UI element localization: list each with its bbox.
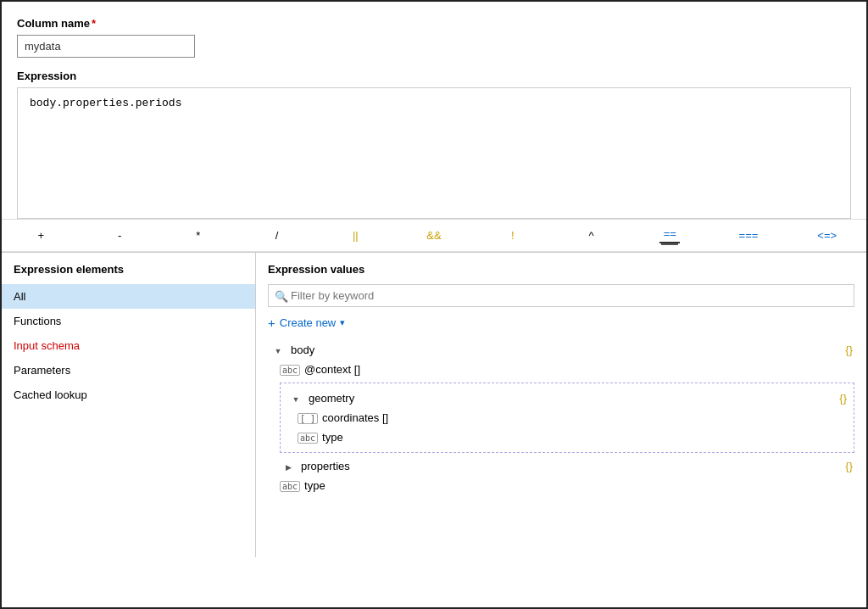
filter-input-wrap: 🔍 [268,284,854,307]
tree-item-coordinates[interactable]: [ ] coordinates [] [286,408,849,427]
properties-label: properties [301,460,350,472]
sidebar-item-functions[interactable]: Functions [2,309,255,333]
left-panel: Expression elements All Functions Input … [2,253,256,557]
expression-label: Expression [17,70,851,82]
body-label: body [291,344,314,356]
create-new-label: Create new [280,316,336,329]
left-panel-title: Expression elements [2,263,255,284]
column-name-section: Column name* [17,17,851,70]
chevron-down-icon: ▾ [340,317,345,328]
column-name-label: Column name* [17,17,851,30]
search-icon: 🔍 [275,289,288,302]
tree-item-context[interactable]: abc @context [] [268,360,854,379]
operator-divide[interactable]: / [237,227,316,243]
type-body-label: type [304,479,326,492]
tree-item-properties[interactable]: properties {} [268,456,854,476]
column-name-input[interactable] [17,35,195,58]
sidebar-item-input-schema[interactable]: Input schema [2,333,255,358]
expression-editor[interactable]: body.properties.periods [17,87,851,219]
geometry-brace: {} [839,392,847,405]
operator-seq[interactable]: === [709,227,788,243]
geometry-group-box: geometry {} [ ] coordinates [] abc type [280,383,854,453]
operator-not[interactable]: ! [473,227,552,243]
context-type-icon: abc [280,365,300,375]
body-brace: {} [845,344,853,356]
operator-multiply[interactable]: * [159,227,237,243]
tree-item-type-body[interactable]: abc type [268,476,854,495]
type-geo-label: type [322,431,343,444]
create-new-button[interactable]: + Create new ▾ [268,316,854,330]
bottom-panel: Expression elements All Functions Input … [2,252,866,557]
sidebar-item-cached-lookup[interactable]: Cached lookup [2,383,255,407]
operator-bar: + - * / || && ! ^ == === <=> [2,219,866,252]
geometry-label: geometry [309,392,354,405]
plus-icon: + [268,316,275,330]
required-star: * [92,17,96,30]
operator-neq[interactable]: <=> [787,227,866,243]
right-panel-title: Expression values [268,263,854,276]
operator-minus[interactable]: - [81,227,159,243]
right-panel: Expression values 🔍 + Create new ▾ body … [256,253,866,557]
tree-item-geometry[interactable]: geometry {} [286,388,849,408]
tree-item-type-geo[interactable]: abc type [286,427,849,447]
sidebar-item-all[interactable]: All [2,284,255,309]
sidebar-item-parameters[interactable]: Parameters [2,358,255,383]
operator-or[interactable]: || [316,227,395,243]
coordinates-type-icon: [ ] [298,413,318,423]
main-container: Column name* Expression body.properties.… [2,2,866,219]
chevron-geometry-icon [287,394,304,404]
type-geo-type-icon: abc [298,433,318,443]
context-label: @context [] [304,363,360,376]
operator-plus[interactable]: + [2,227,81,243]
operator-caret[interactable]: ^ [552,227,631,243]
coordinates-label: coordinates [] [322,411,388,424]
operator-and[interactable]: && [395,227,474,243]
filter-input[interactable] [268,284,854,307]
tree-item-body[interactable]: body {} [268,340,854,360]
operator-eq[interactable]: == [631,226,709,245]
type-body-type-icon: abc [280,481,300,491]
chevron-body-icon [270,345,287,355]
properties-brace: {} [845,460,853,472]
chevron-properties-icon [280,461,297,472]
